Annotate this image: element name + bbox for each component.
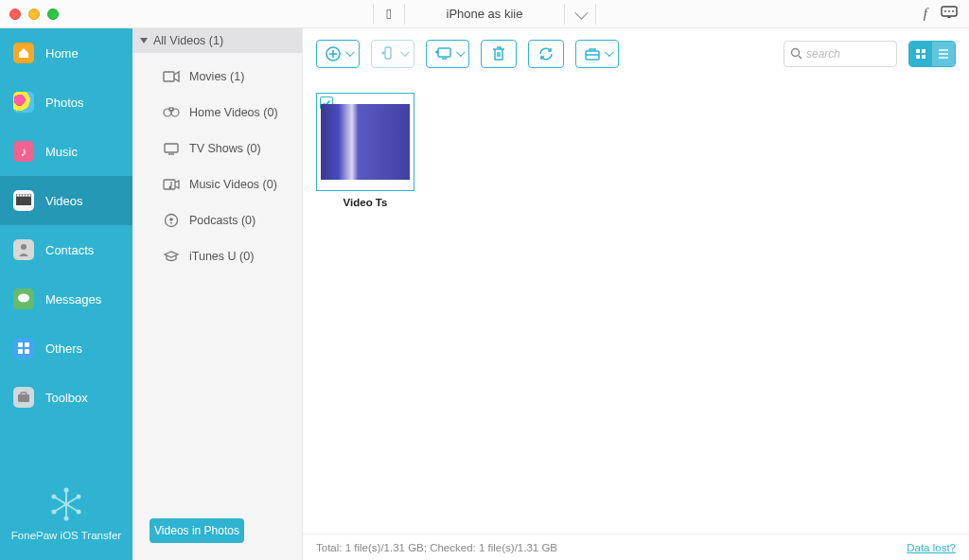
svg-rect-15 bbox=[18, 349, 23, 354]
gallery: Video Ts bbox=[303, 79, 969, 534]
sidebar-item-toolbox[interactable]: Toolbox bbox=[0, 373, 132, 422]
chevron-down-icon bbox=[604, 47, 613, 57]
category-panel-title: All Videos (1) bbox=[153, 34, 223, 47]
list-view-button[interactable] bbox=[932, 42, 955, 66]
sidebar-item-label: Videos bbox=[45, 194, 83, 208]
video-thumbnail[interactable] bbox=[316, 93, 414, 191]
svg-rect-54 bbox=[922, 55, 925, 59]
briefcase-icon bbox=[584, 46, 601, 61]
title-center:  iPhone as kiie bbox=[373, 4, 596, 25]
view-toggle bbox=[908, 41, 956, 67]
export-to-pc-button[interactable] bbox=[426, 40, 469, 68]
svg-point-30 bbox=[164, 109, 171, 116]
movies-icon bbox=[163, 70, 180, 83]
collapse-triangle-icon bbox=[140, 38, 148, 44]
svg-point-38 bbox=[169, 218, 173, 221]
refresh-button[interactable] bbox=[528, 40, 564, 68]
feedback-icon[interactable] bbox=[941, 6, 958, 23]
sidebar-item-others[interactable]: Others bbox=[0, 324, 132, 373]
svg-point-23 bbox=[64, 516, 69, 521]
svg-rect-42 bbox=[385, 47, 391, 59]
music-icon: ♪ bbox=[13, 141, 34, 162]
grid-view-button[interactable] bbox=[909, 42, 932, 66]
svg-rect-51 bbox=[916, 49, 920, 53]
svg-point-31 bbox=[171, 109, 179, 116]
sidebar-item-videos[interactable]: Videos bbox=[0, 176, 132, 225]
chevron-down-icon bbox=[399, 47, 409, 57]
data-lost-link[interactable]: Data lost? bbox=[907, 542, 956, 553]
svg-rect-16 bbox=[25, 349, 29, 354]
status-bar: Total: 1 file(s)/1.31 GB; Checked: 1 fil… bbox=[303, 534, 969, 560]
videos-icon bbox=[13, 190, 34, 211]
search-input[interactable] bbox=[806, 47, 882, 61]
svg-rect-6 bbox=[17, 195, 19, 197]
messages-icon bbox=[13, 289, 34, 309]
sidebar-item-label: Home bbox=[45, 46, 79, 61]
home-icon bbox=[13, 43, 34, 63]
svg-rect-43 bbox=[438, 48, 450, 57]
add-button[interactable] bbox=[316, 40, 360, 68]
pc-export-icon bbox=[433, 45, 452, 62]
svg-point-27 bbox=[77, 495, 81, 499]
facebook-icon[interactable]: f bbox=[924, 6, 927, 22]
svg-point-12 bbox=[18, 294, 29, 303]
svg-point-22 bbox=[64, 488, 69, 493]
svg-rect-9 bbox=[26, 195, 27, 197]
device-dropdown-button[interactable] bbox=[564, 4, 596, 25]
maximize-window-button[interactable] bbox=[47, 9, 59, 20]
svg-rect-29 bbox=[164, 72, 174, 81]
plus-circle-icon bbox=[325, 45, 342, 62]
category-item-label: iTunes U (0) bbox=[189, 250, 254, 263]
category-item-music-videos[interactable]: Music Videos (0) bbox=[132, 166, 302, 202]
svg-rect-14 bbox=[25, 342, 29, 347]
category-item-itunes-u[interactable]: iTunes U (0) bbox=[132, 238, 302, 274]
delete-button[interactable] bbox=[481, 40, 517, 68]
trash-icon bbox=[491, 45, 506, 62]
category-item-tv-shows[interactable]: TV Shows (0) bbox=[132, 131, 302, 166]
svg-rect-10 bbox=[28, 195, 30, 197]
category-panel-header[interactable]: All Videos (1) bbox=[132, 28, 302, 53]
svg-point-49 bbox=[792, 49, 800, 57]
category-panel: All Videos (1) Movies (1) Home Videos (0… bbox=[132, 28, 303, 560]
music-videos-icon bbox=[163, 178, 180, 191]
brand-icon bbox=[48, 486, 84, 522]
sidebar-item-messages[interactable]: Messages bbox=[0, 274, 132, 324]
toolbox-dropdown-button[interactable] bbox=[575, 40, 619, 68]
category-item-label: Home Videos (0) bbox=[189, 106, 278, 119]
minimize-window-button[interactable] bbox=[28, 9, 40, 20]
svg-point-36 bbox=[169, 186, 172, 189]
title-right: f bbox=[924, 6, 958, 23]
apple-icon:  bbox=[386, 6, 391, 22]
list-icon bbox=[937, 48, 950, 60]
svg-point-26 bbox=[52, 510, 57, 515]
sidebar-item-label: Music bbox=[45, 145, 78, 159]
svg-rect-8 bbox=[23, 195, 25, 197]
podcasts-icon bbox=[163, 214, 180, 227]
category-item-home-videos[interactable]: Home Videos (0) bbox=[132, 95, 302, 131]
sidebar-item-label: Others bbox=[45, 341, 82, 356]
search-box[interactable] bbox=[784, 41, 897, 67]
category-item-movies[interactable]: Movies (1) bbox=[132, 59, 302, 95]
brand-label: FonePaw iOS Transfer bbox=[11, 530, 121, 541]
others-icon bbox=[13, 338, 34, 359]
refresh-icon bbox=[537, 45, 555, 62]
videos-in-photos-button[interactable]: Videos in Photos bbox=[150, 518, 244, 543]
tv-icon bbox=[163, 142, 180, 155]
sidebar-item-home[interactable]: Home bbox=[0, 28, 132, 78]
export-to-device-button[interactable] bbox=[371, 40, 414, 68]
svg-point-24 bbox=[52, 495, 57, 499]
photos-icon bbox=[13, 92, 34, 113]
status-summary: Total: 1 file(s)/1.31 GB; Checked: 1 fil… bbox=[316, 542, 557, 553]
close-window-button[interactable] bbox=[9, 9, 21, 20]
sidebar-item-photos[interactable]: Photos bbox=[0, 78, 132, 127]
chevron-down-icon bbox=[455, 47, 465, 57]
svg-rect-33 bbox=[165, 144, 178, 152]
category-item-podcasts[interactable]: Podcasts (0) bbox=[132, 202, 302, 238]
sidebar-item-contacts[interactable]: Contacts bbox=[0, 225, 132, 274]
title-bar:  iPhone as kiie f bbox=[0, 0, 969, 28]
apple-logo-box[interactable]:  bbox=[373, 4, 405, 25]
video-item[interactable]: Video Ts bbox=[316, 93, 414, 208]
sidebar-item-music[interactable]: ♪ Music bbox=[0, 127, 132, 176]
chevron-down-icon bbox=[574, 6, 588, 19]
toolbox-icon bbox=[13, 387, 34, 408]
